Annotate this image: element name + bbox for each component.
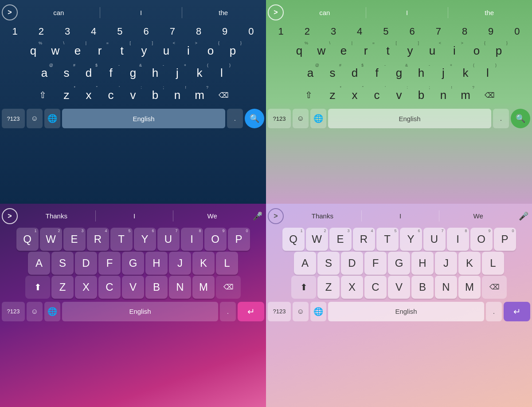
key-1[interactable]: 1	[2, 24, 28, 39]
key-i[interactable]: >i	[178, 40, 199, 61]
key-t-p2[interactable]: [t	[377, 40, 399, 61]
key-H-p4[interactable]: H	[411, 252, 434, 275]
key-y[interactable]: ]y	[133, 40, 155, 61]
arrow-button-4[interactable]: >	[268, 208, 284, 224]
suggestion-the-1[interactable]: the	[182, 7, 264, 18]
key-2-p2[interactable]: 2	[294, 24, 320, 39]
suggestion-i-2[interactable]: I	[366, 7, 449, 18]
key-z[interactable]: *z	[56, 84, 77, 106]
key-S-p3[interactable]: S	[51, 252, 74, 275]
emoji-button-1[interactable]: ☺	[27, 109, 43, 128]
key-O-p3[interactable]: 9O	[204, 228, 227, 251]
key-A-p3[interactable]: A	[28, 252, 50, 275]
backspace-key-1[interactable]: ⌫	[211, 84, 236, 106]
num-sym-button-3[interactable]: ?123	[2, 302, 25, 321]
shift-key-4[interactable]: ⬆	[291, 276, 316, 299]
key-Z-p3[interactable]: Z	[51, 276, 74, 299]
key-F-p4[interactable]: F	[364, 252, 387, 275]
key-h-p2[interactable]: -h	[411, 62, 432, 83]
key-R-p3[interactable]: 4R	[87, 228, 109, 251]
key-F-p3[interactable]: F	[98, 252, 121, 275]
key-0-p2[interactable]: 0	[504, 24, 530, 39]
key-V-p4[interactable]: V	[388, 276, 410, 299]
key-8-p2[interactable]: 8	[451, 24, 477, 39]
key-X-p3[interactable]: X	[75, 276, 97, 299]
key-v-p2[interactable]: :v	[388, 84, 410, 106]
key-e-p2[interactable]: |e	[333, 40, 354, 61]
key-p-p2[interactable]: }p	[488, 40, 509, 61]
key-K-p4[interactable]: K	[458, 252, 481, 275]
key-5-p2[interactable]: 5	[373, 24, 399, 39]
key-Z-p4[interactable]: Z	[317, 276, 340, 299]
key-Q-p4[interactable]: 1Q	[282, 228, 305, 251]
space-bar-1[interactable]: English	[62, 109, 225, 128]
suggestion-the-2[interactable]: the	[448, 7, 530, 18]
key-c[interactable]: 'c	[100, 84, 121, 106]
enter-button-4[interactable]: ↵	[504, 302, 530, 321]
suggestion-can-2[interactable]: can	[284, 7, 366, 18]
key-X-p4[interactable]: X	[341, 276, 363, 299]
key-J-p4[interactable]: J	[435, 252, 457, 275]
key-9-p2[interactable]: 9	[478, 24, 504, 39]
key-A-p4[interactable]: A	[294, 252, 316, 275]
num-sym-button-2[interactable]: ?123	[268, 109, 291, 128]
key-G-p3[interactable]: G	[122, 252, 144, 275]
key-l-p2[interactable]: )l	[477, 62, 498, 83]
shift-key-1[interactable]: ⇧	[30, 84, 55, 106]
key-n[interactable]: !n	[167, 84, 188, 106]
key-b-p2[interactable]: ;b	[411, 84, 432, 106]
key-t[interactable]: [t	[111, 40, 133, 61]
key-N-p4[interactable]: N	[435, 276, 457, 299]
period-button-4[interactable]: .	[486, 302, 502, 321]
key-7[interactable]: 7	[159, 24, 185, 39]
enter-button-3[interactable]: ↵	[238, 302, 264, 321]
space-bar-2[interactable]: English	[328, 109, 491, 128]
num-sym-button-4[interactable]: ?123	[268, 302, 291, 321]
key-0[interactable]: 0	[238, 24, 264, 39]
key-s[interactable]: #s	[56, 62, 77, 83]
shift-key-2[interactable]: ⇧	[296, 84, 321, 106]
globe-button-2[interactable]: 🌐	[310, 109, 326, 128]
key-6-p2[interactable]: 6	[399, 24, 425, 39]
key-T-p4[interactable]: 5T	[376, 228, 399, 251]
period-button-3[interactable]: .	[220, 302, 236, 321]
key-5[interactable]: 5	[107, 24, 133, 39]
key-c-p2[interactable]: 'c	[366, 84, 387, 106]
key-B-p4[interactable]: B	[411, 276, 434, 299]
arrow-button-2[interactable]: >	[268, 4, 284, 20]
search-button-1[interactable]: 🔍	[245, 109, 264, 128]
key-Y-p3[interactable]: 6Y	[134, 228, 156, 251]
key-3-p2[interactable]: 3	[320, 24, 346, 39]
suggestion-i-4[interactable]: I	[362, 210, 440, 221]
key-D-p3[interactable]: D	[75, 252, 97, 275]
key-f-p2[interactable]: -f	[366, 62, 387, 83]
mic-icon-4[interactable]: 🎤	[517, 211, 530, 221]
period-button-1[interactable]: .	[227, 109, 243, 128]
key-W-p4[interactable]: 2W	[306, 228, 328, 251]
key-q-p2[interactable]: %q	[289, 40, 310, 61]
key-H-p3[interactable]: H	[145, 252, 168, 275]
key-m[interactable]: ?m	[189, 84, 210, 106]
key-R-p4[interactable]: 4R	[353, 228, 375, 251]
key-N-p3[interactable]: N	[169, 276, 191, 299]
key-k-p2[interactable]: (k	[455, 62, 476, 83]
key-f[interactable]: -f	[100, 62, 121, 83]
key-v[interactable]: :v	[122, 84, 144, 106]
key-I-p3[interactable]: 8I	[181, 228, 203, 251]
key-g-p2[interactable]: &g	[388, 62, 410, 83]
backspace-key-2[interactable]: ⌫	[477, 84, 502, 106]
key-4-p2[interactable]: 4	[347, 24, 373, 39]
globe-button-1[interactable]: 🌐	[44, 109, 60, 128]
key-B-p3[interactable]: B	[145, 276, 168, 299]
key-O-p4[interactable]: 9O	[470, 228, 493, 251]
key-U-p4[interactable]: 7U	[423, 228, 446, 251]
suggestion-i-3[interactable]: I	[96, 210, 174, 221]
backspace-key-3[interactable]: ⌫	[216, 276, 241, 299]
key-C-p3[interactable]: C	[98, 276, 121, 299]
arrow-button-1[interactable]: >	[2, 4, 18, 20]
key-S-p4[interactable]: S	[317, 252, 340, 275]
period-button-2[interactable]: .	[493, 109, 509, 128]
key-4[interactable]: 4	[81, 24, 107, 39]
key-y-p2[interactable]: ]y	[399, 40, 421, 61]
suggestion-thanks-4[interactable]: Thanks	[284, 210, 362, 221]
